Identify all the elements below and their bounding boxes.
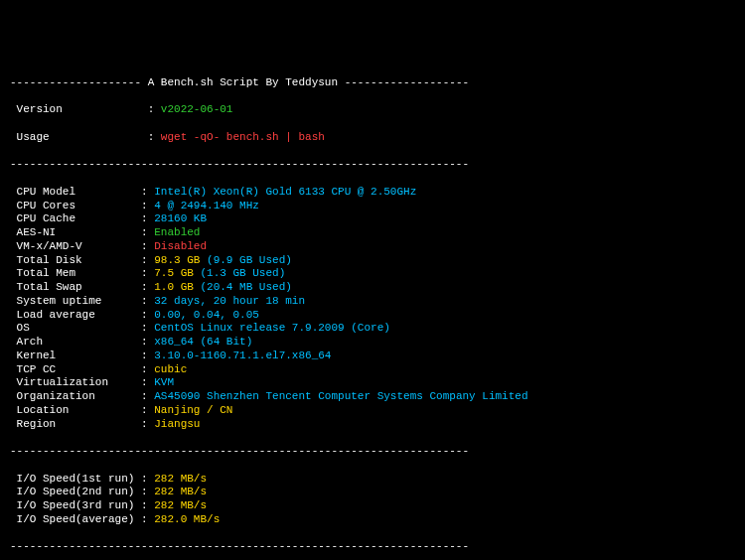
usage-label: Usage [10, 131, 141, 143]
sys-label: AES-NI [10, 226, 141, 238]
sys-label: TCP CC [10, 363, 141, 375]
sys-row: System uptime : 32 days, 20 hour 18 min [10, 295, 735, 309]
io-row: I/O Speed(2nd run) : 282 MB/s [10, 486, 735, 499]
sys-label: OS [10, 322, 141, 334]
sys-label: Region [10, 418, 141, 430]
sys-row: Region : Jiangsu [10, 418, 735, 432]
sys-value: Nanjing / CN [154, 404, 232, 416]
sys-value: x86_64 (64 Bit) [154, 336, 252, 348]
sys-value: 28160 KB [154, 212, 207, 224]
sys-row: TCP CC : cubic [10, 363, 735, 377]
version-label: Version [10, 103, 141, 115]
io-label: I/O Speed(2nd run) [10, 486, 141, 497]
sys-row: Virtualization : KVM [10, 376, 735, 390]
sys-row: CPU Cores : 4 @ 2494.140 MHz [10, 200, 735, 213]
sys-value: Jiangsu [154, 418, 200, 430]
io-row: I/O Speed(3rd run) : 282 MB/s [10, 499, 735, 513]
usage-value: wget -qO- bench.sh | bash [161, 131, 325, 143]
banner-line: -------------------- A Bench.sh Script B… [10, 76, 735, 90]
sys-row: VM-x/AMD-V : Disabled [10, 240, 735, 254]
sys-extra: (1.3 GB Used) [200, 267, 285, 279]
usage-line: Usage : wget -qO- bench.sh | bash [10, 131, 735, 145]
sys-row: Organization : AS45090 Shenzhen Tencent … [10, 390, 735, 404]
terminal-output: -------------------- A Bench.sh Script B… [10, 63, 735, 560]
io-label: I/O Speed(3rd run) [10, 499, 141, 511]
sys-label: Kernel [10, 350, 141, 361]
sys-value: KVM [154, 376, 174, 388]
sys-extra: (20.4 MB Used) [200, 281, 291, 293]
sys-row: Kernel : 3.10.0-1160.71.1.el7.x86_64 [10, 350, 735, 363]
sys-value: CentOS Linux release 7.9.2009 (Core) [154, 322, 390, 334]
sys-row: Total Mem : 7.5 GB (1.3 GB Used) [10, 267, 735, 281]
sys-label: CPU Cores [10, 200, 141, 211]
sys-row: Location : Nanjing / CN [10, 404, 735, 418]
sys-value: AS45090 Shenzhen Tencent Computer System… [154, 390, 527, 402]
io-row: I/O Speed(1st run) : 282 MB/s [10, 473, 735, 487]
io-value: 282.0 MB/s [154, 513, 220, 525]
sys-row: OS : CentOS Linux release 7.9.2009 (Core… [10, 322, 735, 336]
sys-value: Disabled [154, 240, 207, 252]
sys-value: 3.10.0-1160.71.1.el7.x86_64 [154, 350, 331, 361]
sys-value: cubic [154, 363, 187, 375]
sys-value: 7.5 GB [154, 267, 194, 279]
divider: ----------------------------------------… [10, 158, 735, 172]
sys-label: System uptime [10, 295, 141, 307]
version-value: v2022-06-01 [161, 103, 233, 115]
divider: ----------------------------------------… [10, 445, 735, 459]
sys-row: Total Disk : 98.3 GB (9.9 GB Used) [10, 254, 735, 268]
io-row: I/O Speed(average) : 282.0 MB/s [10, 513, 735, 527]
sys-value: 4 @ 2494.140 MHz [154, 200, 259, 211]
sys-label: Organization [10, 390, 141, 402]
sys-value: Intel(R) Xeon(R) Gold 6133 CPU @ 2.50GHz [154, 186, 416, 198]
sys-label: Total Disk [10, 254, 141, 266]
io-value: 282 MB/s [154, 473, 207, 485]
sys-row: CPU Model : Intel(R) Xeon(R) Gold 6133 C… [10, 186, 735, 200]
sys-value: 0.00, 0.04, 0.05 [154, 309, 259, 321]
sys-value: 32 days, 20 hour 18 min [154, 295, 305, 307]
sys-label: Total Mem [10, 267, 141, 279]
sys-row: CPU Cache : 28160 KB [10, 212, 735, 226]
sys-label: Arch [10, 336, 141, 348]
io-value: 282 MB/s [154, 499, 207, 511]
sys-value: Enabled [154, 226, 200, 238]
io-value: 282 MB/s [154, 486, 207, 497]
sys-label: CPU Cache [10, 212, 141, 224]
sys-value: 1.0 GB [154, 281, 194, 293]
sys-info-block: CPU Model : Intel(R) Xeon(R) Gold 6133 C… [10, 186, 735, 432]
sys-row: Total Swap : 1.0 GB (20.4 MB Used) [10, 281, 735, 295]
io-label: I/O Speed(1st run) [10, 473, 141, 485]
sys-row: Arch : x86_64 (64 Bit) [10, 336, 735, 350]
io-block: I/O Speed(1st run) : 282 MB/s I/O Speed(… [10, 473, 735, 527]
sys-label: Load average [10, 309, 141, 321]
version-line: Version : v2022-06-01 [10, 103, 735, 117]
sys-label: Location [10, 404, 141, 416]
sys-row: AES-NI : Enabled [10, 226, 735, 240]
sys-label: Total Swap [10, 281, 141, 293]
sys-label: CPU Model [10, 186, 141, 198]
sys-label: VM-x/AMD-V [10, 240, 141, 252]
sys-extra: (9.9 GB Used) [207, 254, 292, 266]
sys-row: Load average : 0.00, 0.04, 0.05 [10, 309, 735, 323]
sys-value: 98.3 GB [154, 254, 200, 266]
divider: ----------------------------------------… [10, 540, 735, 554]
io-label: I/O Speed(average) [10, 513, 141, 525]
sys-label: Virtualization [10, 376, 141, 388]
